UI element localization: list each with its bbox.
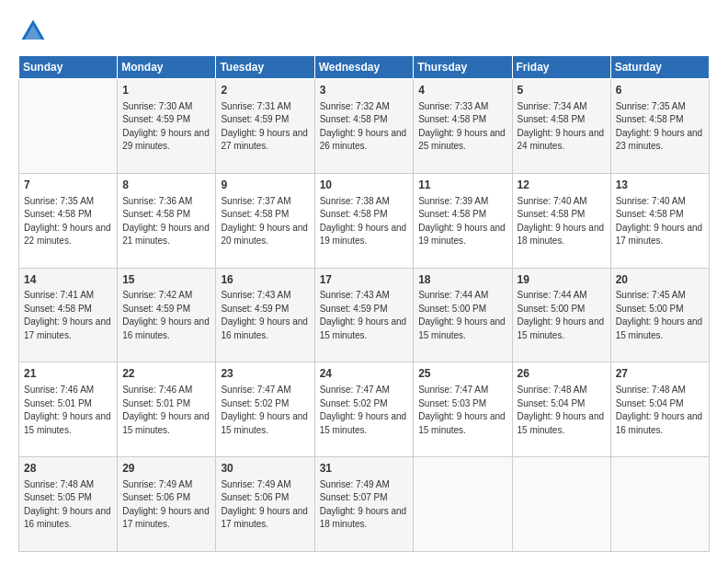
day-number: 26 <box>518 366 606 382</box>
header <box>18 17 710 46</box>
day-cell: 28Sunrise: 7:48 AMSunset: 5:05 PMDayligh… <box>19 457 118 552</box>
day-cell <box>610 457 709 552</box>
day-number: 15 <box>122 272 210 288</box>
day-cell <box>512 457 610 552</box>
day-cell: 30Sunrise: 7:49 AMSunset: 5:06 PMDayligh… <box>216 457 314 552</box>
day-info: Sunrise: 7:38 AMSunset: 4:58 PMDaylight:… <box>320 195 409 248</box>
day-cell: 25Sunrise: 7:47 AMSunset: 5:03 PMDayligh… <box>414 362 512 457</box>
day-info: Sunrise: 7:41 AMSunset: 4:58 PMDaylight:… <box>24 289 112 342</box>
day-info: Sunrise: 7:40 AMSunset: 4:58 PMDaylight:… <box>616 195 704 248</box>
day-info: Sunrise: 7:44 AMSunset: 5:00 PMDaylight:… <box>418 289 506 342</box>
day-info: Sunrise: 7:45 AMSunset: 5:00 PMDaylight:… <box>616 289 704 342</box>
week-row-3: 14Sunrise: 7:41 AMSunset: 4:58 PMDayligh… <box>19 268 710 362</box>
col-header-thursday: Thursday <box>414 56 512 79</box>
day-number: 24 <box>320 366 409 382</box>
day-info: Sunrise: 7:48 AMSunset: 5:05 PMDaylight:… <box>24 478 112 532</box>
day-info: Sunrise: 7:49 AMSunset: 5:07 PMDaylight:… <box>320 478 409 532</box>
day-cell: 31Sunrise: 7:49 AMSunset: 5:07 PMDayligh… <box>314 457 414 552</box>
day-cell: 23Sunrise: 7:47 AMSunset: 5:02 PMDayligh… <box>216 362 314 457</box>
day-info: Sunrise: 7:48 AMSunset: 5:04 PMDaylight:… <box>616 384 704 437</box>
day-cell: 1Sunrise: 7:30 AMSunset: 4:59 PMDaylight… <box>118 79 216 174</box>
day-number: 10 <box>320 178 409 193</box>
day-number: 30 <box>221 461 309 477</box>
col-header-monday: Monday <box>118 56 216 79</box>
day-info: Sunrise: 7:37 AMSunset: 4:58 PMDaylight:… <box>221 195 309 248</box>
day-number: 9 <box>221 178 309 193</box>
day-cell: 13Sunrise: 7:40 AMSunset: 4:58 PMDayligh… <box>610 173 709 268</box>
day-cell: 27Sunrise: 7:48 AMSunset: 5:04 PMDayligh… <box>610 362 709 457</box>
day-number: 3 <box>320 83 409 98</box>
col-header-tuesday: Tuesday <box>216 56 314 79</box>
col-header-wednesday: Wednesday <box>314 56 414 79</box>
day-number: 29 <box>122 461 210 477</box>
day-number: 7 <box>24 178 112 193</box>
day-info: Sunrise: 7:30 AMSunset: 4:59 PMDaylight:… <box>122 100 210 154</box>
day-info: Sunrise: 7:49 AMSunset: 5:06 PMDaylight:… <box>221 478 309 532</box>
col-header-sunday: Sunday <box>19 56 118 79</box>
day-number: 2 <box>221 83 309 98</box>
day-info: Sunrise: 7:39 AMSunset: 4:58 PMDaylight:… <box>418 195 506 248</box>
day-number: 14 <box>24 272 112 288</box>
day-cell: 16Sunrise: 7:43 AMSunset: 4:59 PMDayligh… <box>216 268 314 362</box>
day-info: Sunrise: 7:40 AMSunset: 4:58 PMDaylight:… <box>518 195 606 248</box>
day-info: Sunrise: 7:43 AMSunset: 4:59 PMDaylight:… <box>221 289 309 342</box>
day-info: Sunrise: 7:31 AMSunset: 4:59 PMDaylight:… <box>221 100 309 154</box>
day-number: 31 <box>320 461 409 477</box>
day-info: Sunrise: 7:49 AMSunset: 5:06 PMDaylight:… <box>122 478 210 532</box>
logo <box>18 17 51 46</box>
day-cell: 29Sunrise: 7:49 AMSunset: 5:06 PMDayligh… <box>118 457 216 552</box>
day-info: Sunrise: 7:36 AMSunset: 4:58 PMDaylight:… <box>122 195 210 248</box>
week-row-1: 1Sunrise: 7:30 AMSunset: 4:59 PMDaylight… <box>19 79 710 174</box>
day-info: Sunrise: 7:35 AMSunset: 4:58 PMDaylight:… <box>24 195 112 248</box>
day-number: 28 <box>24 461 112 477</box>
day-cell: 12Sunrise: 7:40 AMSunset: 4:58 PMDayligh… <box>512 173 610 268</box>
day-cell: 10Sunrise: 7:38 AMSunset: 4:58 PMDayligh… <box>314 173 414 268</box>
day-cell: 11Sunrise: 7:39 AMSunset: 4:58 PMDayligh… <box>414 173 512 268</box>
day-cell <box>414 457 512 552</box>
day-number: 5 <box>518 83 606 98</box>
day-cell <box>19 79 118 174</box>
day-cell: 22Sunrise: 7:46 AMSunset: 5:01 PMDayligh… <box>118 362 216 457</box>
day-number: 13 <box>616 178 704 193</box>
day-cell: 2Sunrise: 7:31 AMSunset: 4:59 PMDaylight… <box>216 79 314 174</box>
day-cell: 9Sunrise: 7:37 AMSunset: 4:58 PMDaylight… <box>216 173 314 268</box>
day-info: Sunrise: 7:48 AMSunset: 5:04 PMDaylight:… <box>518 384 606 437</box>
day-number: 18 <box>418 272 506 288</box>
day-cell: 17Sunrise: 7:43 AMSunset: 4:59 PMDayligh… <box>314 268 414 362</box>
day-number: 20 <box>616 272 704 288</box>
day-cell: 14Sunrise: 7:41 AMSunset: 4:58 PMDayligh… <box>19 268 118 362</box>
calendar-table: SundayMondayTuesdayWednesdayThursdayFrid… <box>18 55 710 552</box>
day-cell: 26Sunrise: 7:48 AMSunset: 5:04 PMDayligh… <box>512 362 610 457</box>
day-number: 21 <box>24 366 112 382</box>
day-number: 6 <box>616 83 704 98</box>
day-number: 22 <box>122 366 210 382</box>
day-info: Sunrise: 7:46 AMSunset: 5:01 PMDaylight:… <box>24 384 112 437</box>
day-info: Sunrise: 7:42 AMSunset: 4:59 PMDaylight:… <box>122 289 210 342</box>
week-row-2: 7Sunrise: 7:35 AMSunset: 4:58 PMDaylight… <box>19 173 710 268</box>
day-number: 27 <box>616 366 704 382</box>
day-number: 19 <box>518 272 606 288</box>
day-number: 16 <box>221 272 309 288</box>
day-info: Sunrise: 7:47 AMSunset: 5:02 PMDaylight:… <box>320 384 409 437</box>
col-header-friday: Friday <box>512 56 610 79</box>
day-cell: 24Sunrise: 7:47 AMSunset: 5:02 PMDayligh… <box>314 362 414 457</box>
week-row-5: 28Sunrise: 7:48 AMSunset: 5:05 PMDayligh… <box>19 457 710 552</box>
day-number: 23 <box>221 366 309 382</box>
day-cell: 15Sunrise: 7:42 AMSunset: 4:59 PMDayligh… <box>118 268 216 362</box>
day-cell: 20Sunrise: 7:45 AMSunset: 5:00 PMDayligh… <box>610 268 709 362</box>
day-cell: 21Sunrise: 7:46 AMSunset: 5:01 PMDayligh… <box>19 362 118 457</box>
day-cell: 4Sunrise: 7:33 AMSunset: 4:58 PMDaylight… <box>414 79 512 174</box>
day-number: 25 <box>418 366 506 382</box>
col-header-saturday: Saturday <box>610 56 709 79</box>
day-cell: 18Sunrise: 7:44 AMSunset: 5:00 PMDayligh… <box>414 268 512 362</box>
day-number: 8 <box>122 178 210 193</box>
day-cell: 3Sunrise: 7:32 AMSunset: 4:58 PMDaylight… <box>314 79 414 174</box>
day-cell: 5Sunrise: 7:34 AMSunset: 4:58 PMDaylight… <box>512 79 610 174</box>
day-info: Sunrise: 7:46 AMSunset: 5:01 PMDaylight:… <box>122 384 210 437</box>
day-cell: 7Sunrise: 7:35 AMSunset: 4:58 PMDaylight… <box>19 173 118 268</box>
day-info: Sunrise: 7:34 AMSunset: 4:58 PMDaylight:… <box>518 100 606 154</box>
day-info: Sunrise: 7:44 AMSunset: 5:00 PMDaylight:… <box>518 289 606 342</box>
day-cell: 8Sunrise: 7:36 AMSunset: 4:58 PMDaylight… <box>118 173 216 268</box>
day-number: 1 <box>122 83 210 98</box>
day-number: 11 <box>418 178 506 193</box>
